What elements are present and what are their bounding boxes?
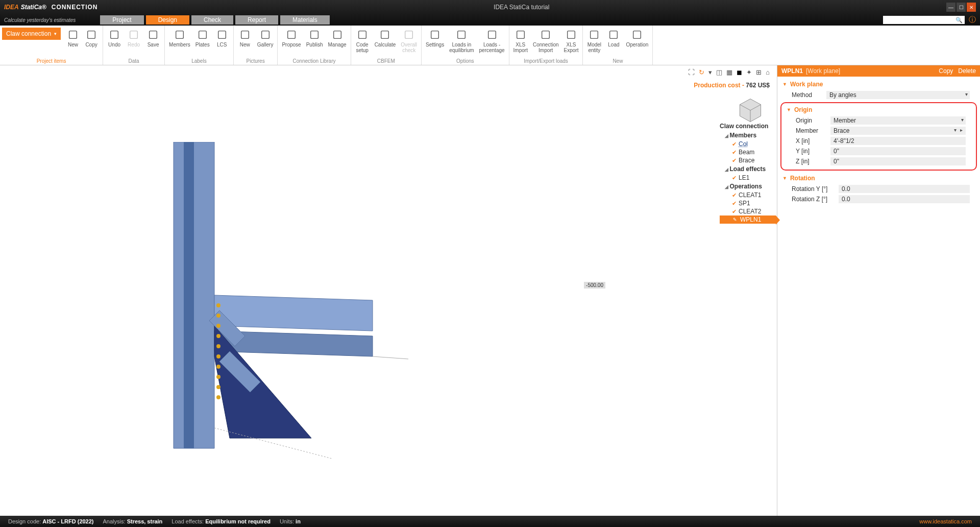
ribbon-plates[interactable]: Plates (193, 27, 212, 49)
tree-item-brace[interactable]: ✔Brace (720, 156, 771, 164)
ribbon-load[interactable]: Load (604, 27, 623, 49)
ribbon-members[interactable]: Members (167, 27, 192, 49)
grid-icon[interactable]: ⊞ (756, 68, 762, 76)
tree-item-sp1[interactable]: ✔SP1 (720, 199, 771, 207)
ribbon-connection-import[interactable]: ConnectionImport (531, 27, 561, 54)
main-area: ⛶ ↻ ▾ ◫ ▦ ◼ ✦ ⊞ ⌂ Production cost - 762 … (0, 65, 980, 516)
svg-rect-11 (311, 31, 318, 39)
ribbon-model-entity[interactable]: Modelentity (585, 27, 603, 54)
ribbon-redo: Redo (125, 27, 143, 49)
ribbon-manage[interactable]: Manage (326, 27, 349, 49)
ribbon: Claw connection NewCopy Project items Un… (0, 26, 980, 65)
prop-rotationz[interactable]: 0.0 (839, 195, 970, 203)
tree-title: Claw connection (720, 122, 771, 131)
check-icon: ✔ (732, 141, 737, 148)
ribbon-new[interactable]: New (64, 27, 82, 49)
svg-rect-20 (542, 31, 550, 39)
tab-report[interactable]: Report (235, 15, 278, 25)
ribbon-operation[interactable]: Operation (624, 27, 650, 49)
ribbon-lcs[interactable]: LCS (213, 27, 231, 49)
delete-button[interactable]: Delete (958, 67, 976, 75)
tool-icon[interactable]: ▾ (708, 68, 712, 76)
shade-icon[interactable]: ◼ (737, 68, 742, 76)
prop-yin[interactable]: 0" (830, 147, 966, 155)
ribbon-loads-in-equilibrium[interactable]: Loads inequilibrium (447, 27, 476, 54)
minimize-button[interactable]: — (946, 3, 955, 12)
svg-rect-8 (241, 31, 249, 39)
tree-section[interactable]: Operations (720, 182, 771, 191)
tree-item-beam[interactable]: ✔Beam (720, 148, 771, 156)
wire-icon[interactable]: ◫ (716, 68, 722, 76)
svg-rect-17 (458, 31, 465, 39)
home-icon[interactable]: ⌂ (766, 68, 770, 76)
ribbon-icon (564, 28, 578, 42)
fit-icon[interactable]: ⛶ (688, 68, 695, 76)
svg-point-36 (216, 324, 220, 328)
check-icon: ✔ (732, 149, 737, 156)
prop-xin[interactable]: 4'-8"1/2 (830, 137, 966, 145)
tree-item-wpln1[interactable]: ✎WPLN1 (720, 215, 776, 224)
section-workplane[interactable]: Work plane (782, 79, 975, 90)
svg-rect-6 (199, 31, 206, 39)
ribbon-gallery[interactable]: Gallery (255, 27, 276, 49)
svg-rect-0 (69, 31, 77, 39)
ribbon-icon (606, 28, 621, 42)
ribbon-icon (238, 28, 252, 42)
tab-design[interactable]: Design (146, 15, 189, 25)
ribbon-icon (127, 28, 141, 42)
tree-section[interactable]: Members (720, 131, 771, 140)
view-cube[interactable] (736, 96, 765, 125)
tree-item-col[interactable]: ✔Col (720, 140, 771, 148)
svg-point-40 (216, 365, 220, 369)
maximize-button[interactable]: ☐ (957, 3, 966, 12)
ribbon-loads---percentage[interactable]: Loads -percentage (477, 27, 507, 54)
ribbon-publish[interactable]: Publish (304, 27, 325, 49)
ribbon-icon (538, 28, 553, 42)
prop-zin[interactable]: 0" (830, 157, 966, 165)
ribbon-group-project-items: Claw connection NewCopy Project items (0, 26, 103, 65)
ribbon-icon (146, 28, 160, 42)
ribbon-xls-export[interactable]: XLSExport (562, 27, 581, 54)
ribbon-icon (195, 28, 210, 42)
tree-section[interactable]: Load effects (720, 164, 771, 174)
info-icon[interactable]: ⓘ (969, 15, 976, 25)
method-select[interactable]: By angles (826, 91, 970, 99)
ribbon-code-setup[interactable]: Codesetup (353, 27, 372, 54)
ribbon-icon (378, 28, 392, 42)
solid-icon[interactable]: ▦ (726, 68, 732, 76)
ribbon-icon (215, 28, 229, 42)
ribbon-xls-import[interactable]: XLSImport (511, 27, 530, 54)
tree-item-le1[interactable]: ✔LE1 (720, 174, 771, 182)
ribbon-save[interactable]: Save (144, 27, 162, 49)
tree-item-cleat1[interactable]: ✔CLEAT1 (720, 191, 771, 199)
copy-button[interactable]: Copy (939, 67, 953, 75)
tab-check[interactable]: Check (191, 15, 233, 25)
ribbon-propose[interactable]: Propose (280, 27, 303, 49)
ribbon-undo[interactable]: Undo (105, 27, 124, 49)
website-link[interactable]: www.ideastatica.com (919, 518, 972, 524)
section-origin[interactable]: Origin (787, 104, 971, 115)
refresh-icon[interactable]: ↻ (699, 68, 704, 76)
prop-rotationy[interactable]: 0.0 (839, 185, 970, 193)
tab-materials[interactable]: Materials (280, 15, 330, 25)
prop-origin[interactable]: Member (830, 116, 966, 125)
search-input[interactable]: 🔍 (883, 16, 965, 24)
project-select[interactable]: Claw connection (2, 28, 61, 40)
svg-rect-19 (517, 31, 524, 39)
model-tree: Claw connection Members✔Col✔Beam✔BraceLo… (720, 122, 771, 224)
svg-rect-7 (218, 31, 226, 39)
tree-item-cleat2[interactable]: ✔CLEAT2 (720, 207, 771, 215)
svg-rect-4 (150, 31, 157, 39)
close-button[interactable]: ✕ (967, 3, 976, 12)
ribbon-new[interactable]: New (236, 27, 254, 49)
ribbon-settings[interactable]: Settings (424, 27, 446, 49)
ribbon-calculate[interactable]: Calculate (373, 27, 398, 49)
section-rotation[interactable]: Rotation (782, 173, 975, 184)
ribbon-overall-check: Overallcheck (399, 27, 419, 54)
viewport-3d[interactable]: ⛶ ↻ ▾ ◫ ▦ ◼ ✦ ⊞ ⌂ Production cost - 762 … (0, 65, 777, 516)
ribbon-icon (66, 28, 80, 42)
ribbon-copy[interactable]: Copy (82, 27, 101, 49)
axis-icon[interactable]: ✦ (746, 68, 752, 76)
tab-project[interactable]: Project (100, 15, 143, 25)
prop-member[interactable]: Brace (830, 127, 966, 135)
